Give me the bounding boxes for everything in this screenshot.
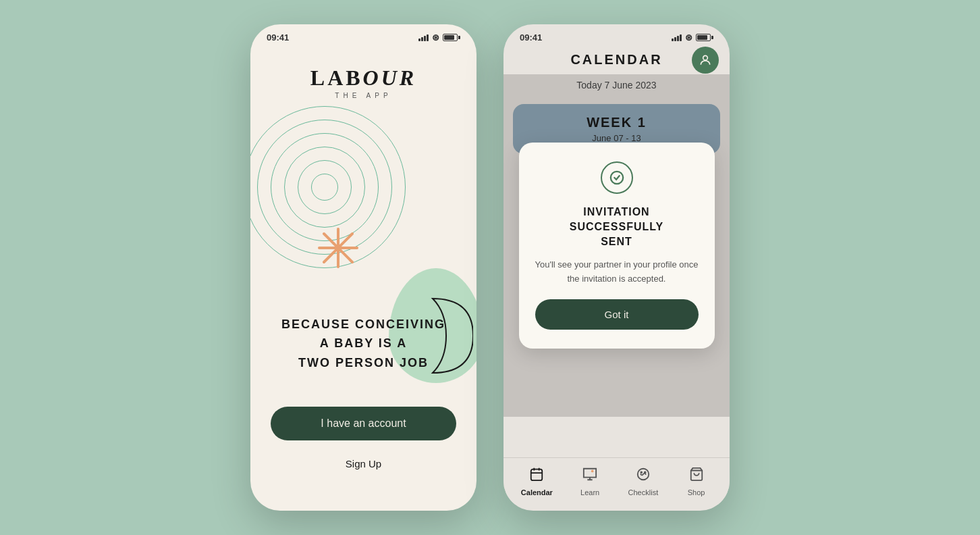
battery-icon-2 — [696, 34, 713, 41]
learn-nav-icon — [582, 467, 597, 486]
app-logo: LABOUR — [310, 66, 416, 91]
tagline: BECAUSE CONCEIVING A BABY IS A TWO PERSO… — [250, 315, 477, 373]
time-phone1: 09:41 — [267, 32, 289, 43]
logo-area: LABOUR THE APP — [310, 66, 416, 99]
time-phone2: 09:41 — [520, 32, 542, 43]
status-icons-phone2: ⊛ — [672, 32, 713, 43]
svg-point-15 — [645, 472, 646, 473]
modal-overlay: INVITATION SUCCESSFULLY SENT You'll see … — [503, 74, 730, 417]
phone1-content: LABOUR THE APP — [250, 45, 477, 505]
check-icon — [601, 161, 633, 194]
calendar-nav-icon — [529, 467, 544, 486]
profile-button[interactable] — [692, 47, 719, 74]
svg-rect-8 — [531, 469, 543, 480]
svg-point-14 — [641, 472, 642, 473]
nav-item-checklist[interactable]: Checklist — [617, 467, 670, 496]
app-logo-sub: THE APP — [310, 92, 416, 99]
have-account-button[interactable]: I have an account — [271, 407, 456, 440]
got-it-button[interactable]: Got it — [535, 299, 699, 330]
nav-label-shop: Shop — [688, 488, 705, 496]
nav-label-calendar: Calendar — [521, 488, 553, 496]
phone-2-calendar: 09:41 ⊛ CALENDAR — [503, 24, 730, 511]
star-asterisk — [318, 228, 358, 275]
signal-icon-2 — [672, 34, 682, 41]
nav-item-learn[interactable]: Learn — [564, 467, 617, 496]
svg-point-12 — [591, 469, 594, 472]
signup-button[interactable]: Sign Up — [250, 458, 477, 469]
checklist-nav-icon — [636, 467, 651, 486]
calendar-title: CALENDAR — [570, 52, 662, 68]
bottom-nav: Calendar Learn — [503, 457, 730, 505]
modal-description: You'll see your partner in your profile … — [535, 258, 699, 286]
status-bar-phone1: 09:41 ⊛ — [250, 24, 477, 45]
calendar-body: Today 7 June 2023 WEEK 1 June 07 - 13 — [503, 74, 730, 457]
shop-nav-icon — [689, 467, 704, 486]
modal-title: INVITATION SUCCESSFULLY SENT — [535, 205, 699, 250]
phone2-content: CALENDAR Today 7 June 2023 WEEK 1 June 0… — [503, 45, 730, 505]
status-icons-phone1: ⊛ — [418, 32, 460, 43]
phone-1-labour-app: 09:41 ⊛ LABOUR THE APP — [250, 24, 477, 511]
invitation-modal: INVITATION SUCCESSFULLY SENT You'll see … — [519, 143, 715, 349]
nav-label-checklist: Checklist — [628, 488, 659, 496]
battery-icon — [443, 34, 460, 41]
status-bar-phone2: 09:41 ⊛ — [503, 24, 730, 45]
signal-icon — [418, 34, 429, 41]
nav-label-learn: Learn — [580, 488, 599, 496]
nav-item-calendar[interactable]: Calendar — [510, 467, 564, 496]
calendar-header: CALENDAR — [503, 45, 730, 74]
wifi-icon-2: ⊛ — [685, 32, 692, 43]
nav-item-shop[interactable]: Shop — [670, 467, 723, 496]
svg-point-4 — [703, 55, 708, 60]
wifi-icon: ⊛ — [432, 32, 439, 43]
